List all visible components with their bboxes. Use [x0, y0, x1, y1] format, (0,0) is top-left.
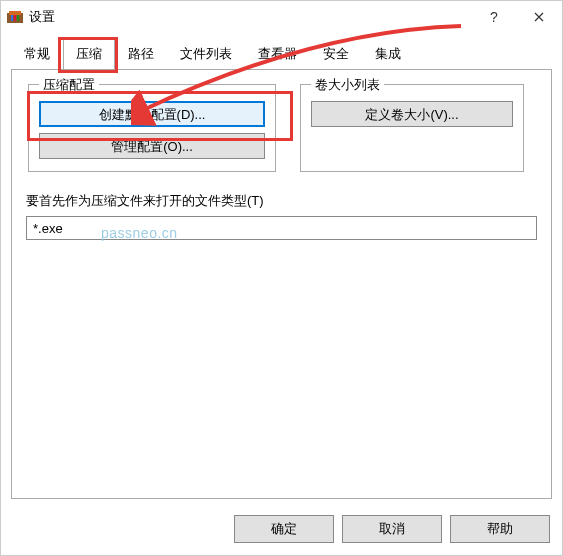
group-legend-compression: 压缩配置	[39, 76, 99, 94]
tab-filelist[interactable]: 文件列表	[167, 39, 245, 69]
tab-integration[interactable]: 集成	[362, 39, 414, 69]
tab-security[interactable]: 安全	[310, 39, 362, 69]
tab-bar: 常规 压缩 路径 文件列表 查看器 安全 集成	[1, 33, 562, 69]
file-types-label: 要首先作为压缩文件来打开的文件类型(T)	[26, 192, 537, 210]
svg-text:?: ?	[490, 10, 498, 24]
file-types-input[interactable]	[26, 216, 537, 240]
window-title: 设置	[29, 8, 470, 26]
svg-rect-3	[14, 15, 16, 21]
define-volume-size-button[interactable]: 定义卷大小(V)...	[311, 101, 513, 127]
dialog-footer: 确定 取消 帮助	[234, 515, 550, 543]
cancel-button[interactable]: 取消	[342, 515, 442, 543]
app-icon	[7, 9, 23, 25]
tab-path[interactable]: 路径	[115, 39, 167, 69]
tab-content: 压缩配置 创建默认配置(D)... 管理配置(O)... 卷大小列表 定义卷大小…	[11, 69, 552, 499]
manage-profile-button[interactable]: 管理配置(O)...	[39, 133, 265, 159]
ok-button[interactable]: 确定	[234, 515, 334, 543]
tab-general[interactable]: 常规	[11, 39, 63, 69]
svg-rect-4	[17, 15, 19, 21]
file-types-section: 要首先作为压缩文件来打开的文件类型(T)	[26, 192, 537, 240]
titlebar: 设置 ?	[1, 1, 562, 33]
help-button[interactable]: ?	[470, 1, 516, 33]
svg-rect-2	[11, 15, 13, 21]
volume-size-group: 卷大小列表 定义卷大小(V)...	[300, 84, 524, 172]
create-default-profile-button[interactable]: 创建默认配置(D)...	[39, 101, 265, 127]
settings-window: 设置 ? 常规 压缩 路径 文件列表 查看器 安全 集成 压缩配置 创建默认配置…	[0, 0, 563, 556]
tab-viewer[interactable]: 查看器	[245, 39, 310, 69]
tab-compression[interactable]: 压缩	[63, 39, 115, 70]
group-legend-volume: 卷大小列表	[311, 76, 384, 94]
svg-rect-1	[9, 11, 21, 15]
close-button[interactable]	[516, 1, 562, 33]
help-footer-button[interactable]: 帮助	[450, 515, 550, 543]
compression-profile-group: 压缩配置 创建默认配置(D)... 管理配置(O)...	[28, 84, 276, 172]
